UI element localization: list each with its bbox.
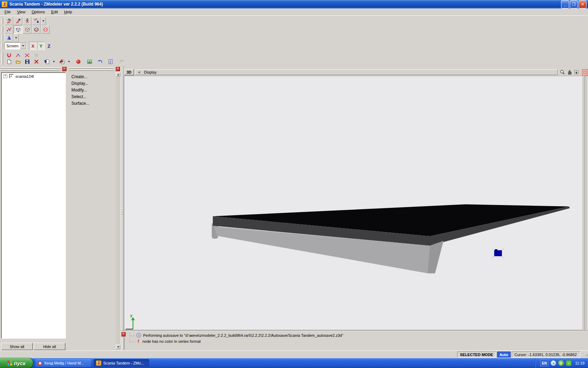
- combo-dropdown-button[interactable]: [20, 43, 26, 49]
- task-zmodeler[interactable]: Z Scania Tandem - ZMo...: [94, 359, 149, 367]
- cone-dots-tool-button[interactable]: [32, 17, 41, 25]
- breadcrumb-back[interactable]: <: [138, 70, 140, 74]
- viewport-breadcrumb-bar[interactable]: < Display: [135, 69, 558, 75]
- mesh-level-button[interactable]: [41, 25, 50, 34]
- menu-options[interactable]: Options: [28, 9, 48, 15]
- command-select[interactable]: Select...: [69, 94, 115, 100]
- vertices-level-button[interactable]: [5, 25, 13, 34]
- delete-button[interactable]: [32, 57, 41, 66]
- cube-cross-icon: [34, 27, 39, 32]
- axis-x-toggle[interactable]: X: [29, 42, 37, 50]
- language-indicator[interactable]: EN: [540, 360, 548, 367]
- toolbar-handle[interactable]: [1, 35, 3, 41]
- toolbar-levels: [0, 25, 50, 34]
- edges-level-button[interactable]: [23, 25, 31, 34]
- import-button[interactable]: [42, 57, 51, 66]
- hidden-icons-chevron-icon[interactable]: ◂: [551, 360, 556, 366]
- pan-hand-icon[interactable]: [567, 69, 572, 75]
- close-icon[interactable]: ✕: [115, 67, 120, 71]
- menu-file[interactable]: File: [1, 9, 14, 15]
- undo-button[interactable]: [96, 57, 104, 66]
- menu-bar: File View Options Edit Help: [0, 8, 588, 16]
- toolbar-handle[interactable]: [1, 43, 3, 49]
- tool-dropdown-button[interactable]: [41, 17, 46, 25]
- window-title: Scania Tandem - ZModeler ver 2.2.2 (Buil…: [9, 2, 103, 7]
- command-create[interactable]: Create...: [69, 74, 115, 80]
- close-icon[interactable]: ✕: [62, 67, 66, 71]
- polygons-level-button[interactable]: [32, 25, 41, 34]
- show-all-button[interactable]: Show all: [1, 343, 33, 350]
- export-dropdown-button[interactable]: [66, 57, 71, 66]
- scene-tree-header[interactable]: ✕: [1, 67, 66, 71]
- toolbar-handle[interactable]: [1, 26, 3, 33]
- wire-arrow-tool-button[interactable]: [5, 17, 13, 25]
- close-icon[interactable]: ✕: [121, 332, 126, 336]
- task-opera[interactable]: Хенд Мейд / Hand M...: [36, 359, 91, 367]
- maximize-icon: [583, 71, 587, 74]
- toolbar-axes: Screen X Y Z: [0, 42, 53, 50]
- axis-z-toggle[interactable]: Z: [45, 42, 53, 50]
- menu-edit[interactable]: Edit: [48, 9, 61, 15]
- log-window-button[interactable]: [106, 57, 115, 66]
- command-modify[interactable]: Modify...: [69, 87, 115, 94]
- menu-view[interactable]: View: [14, 9, 29, 15]
- import-dropdown-button[interactable]: [51, 57, 56, 66]
- log-tree-connector: [130, 339, 135, 342]
- scroll-down-icon[interactable]: [116, 345, 120, 349]
- zoom-icon[interactable]: [560, 69, 565, 75]
- opera-icon: [38, 361, 42, 366]
- open-file-button[interactable]: [14, 57, 22, 66]
- toolbar-file: [0, 57, 126, 66]
- tree-visibility-checkbox[interactable]: ✓: [9, 74, 14, 79]
- new-file-button[interactable]: [5, 57, 13, 66]
- tree-row-scania124l[interactable]: + ✓ scania124l: [1, 73, 65, 79]
- command-display[interactable]: Display...: [69, 80, 115, 87]
- helper-box[interactable]: [492, 248, 504, 258]
- menu-help[interactable]: Help: [61, 9, 75, 15]
- hide-all-button[interactable]: Hide all: [34, 343, 65, 350]
- primitive-dropdown-button[interactable]: [14, 34, 19, 42]
- start-button[interactable]: пуск: [0, 358, 33, 368]
- redo-arrow-icon: [119, 59, 125, 64]
- wire-flag-tool-button[interactable]: [14, 17, 22, 25]
- log-document-icon: [108, 59, 113, 64]
- command-surface[interactable]: Surface...: [69, 100, 115, 107]
- scroll-up-icon[interactable]: [116, 72, 120, 77]
- save-file-button[interactable]: [23, 57, 31, 66]
- scene-tree-list[interactable]: + ✓ scania124l: [1, 72, 66, 339]
- cone-primitive-button[interactable]: [5, 34, 13, 42]
- log-lines: i Performing autosave to "d:\женя\zmodel…: [127, 332, 587, 344]
- minimize-button[interactable]: _: [561, 0, 569, 8]
- export-button[interactable]: [57, 57, 66, 66]
- viewport-3d[interactable]: y x z: [124, 76, 583, 330]
- close-button[interactable]: ✕: [579, 0, 587, 8]
- system-tray: EN ◂ µ ✓ 11:19: [536, 358, 588, 368]
- axis-y-toggle[interactable]: Y: [37, 42, 45, 50]
- panel-splitter[interactable]: [121, 67, 124, 350]
- toolbar-handle[interactable]: [1, 18, 3, 24]
- export-icon: [59, 59, 65, 64]
- toolbar-handle[interactable]: [1, 59, 3, 65]
- axis-space-combo[interactable]: Screen: [5, 42, 27, 49]
- viewport-maximize-button[interactable]: [582, 69, 588, 75]
- tree-expand-icon[interactable]: +: [4, 74, 7, 78]
- scene-render: y x z: [124, 76, 583, 330]
- restore-button[interactable]: ❐: [570, 0, 578, 8]
- material-editor-button[interactable]: [74, 57, 83, 66]
- security-check-tray-icon[interactable]: ✓: [566, 360, 572, 366]
- command-scrollbar[interactable]: [116, 72, 120, 349]
- redo-button[interactable]: [117, 57, 126, 66]
- auto-badge[interactable]: Auto: [497, 352, 511, 357]
- orbit-icon[interactable]: [574, 69, 579, 75]
- viewport-mode-button[interactable]: 3D: [124, 69, 134, 75]
- viewport-right-strip[interactable]: [584, 76, 588, 331]
- resize-grip-icon[interactable]: [586, 355, 587, 356]
- command-panel-header[interactable]: ✕: [69, 67, 120, 71]
- command-menu: Create... Display... Modify... Select...…: [69, 74, 115, 107]
- log-panel-handle[interactable]: ✕: [121, 332, 125, 349]
- wire-arrow-icon: [6, 18, 12, 24]
- figure-tool-button[interactable]: [23, 17, 31, 25]
- texture-browser-button[interactable]: [85, 57, 94, 66]
- objects-level-button[interactable]: [14, 25, 22, 34]
- utorrent-tray-icon[interactable]: µ: [558, 360, 564, 366]
